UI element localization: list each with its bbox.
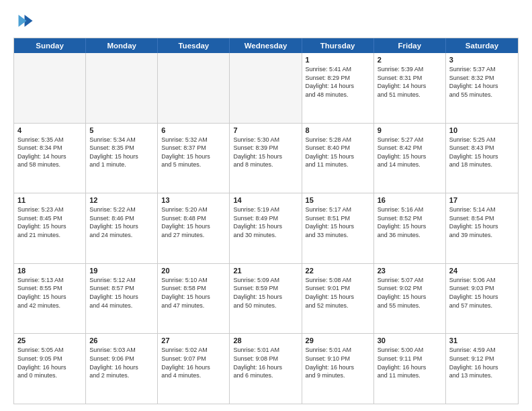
day-info: Sunrise: 5:41 AMSunset: 8:29 PMDaylight:… [306, 65, 370, 99]
calendar-cell [230, 53, 302, 123]
calendar-cell: 4Sunrise: 5:35 AMSunset: 8:34 PMDaylight… [14, 124, 86, 193]
calendar-cell: 25Sunrise: 5:05 AMSunset: 9:05 PMDayligh… [14, 334, 86, 404]
day-number: 31 [449, 336, 515, 345]
calendar: SundayMondayTuesdayWednesdayThursdayFrid… [13, 38, 519, 404]
calendar-week-5: 25Sunrise: 5:05 AMSunset: 9:05 PMDayligh… [14, 333, 518, 404]
calendar-cell: 27Sunrise: 5:02 AMSunset: 9:07 PMDayligh… [158, 334, 230, 404]
calendar-cell: 23Sunrise: 5:07 AMSunset: 9:02 PMDayligh… [374, 264, 446, 334]
calendar-cell: 18Sunrise: 5:13 AMSunset: 8:55 PMDayligh… [14, 264, 86, 334]
day-number: 26 [89, 336, 154, 345]
header-day-monday: Monday [86, 38, 158, 53]
calendar-cell: 28Sunrise: 5:01 AMSunset: 9:08 PMDayligh… [230, 334, 302, 404]
calendar-cell: 1Sunrise: 5:41 AMSunset: 8:29 PMDaylight… [302, 53, 374, 123]
day-number: 30 [378, 336, 442, 345]
calendar-cell [14, 53, 86, 123]
day-number: 13 [161, 196, 226, 204]
day-info: Sunrise: 5:30 AMSunset: 8:39 PMDaylight:… [233, 136, 298, 169]
day-number: 15 [306, 196, 370, 204]
calendar-cell: 19Sunrise: 5:12 AMSunset: 8:57 PMDayligh… [86, 264, 158, 334]
header-day-friday: Friday [374, 38, 446, 53]
day-info: Sunrise: 5:03 AMSunset: 9:06 PMDaylight:… [89, 346, 154, 379]
day-info: Sunrise: 5:25 AMSunset: 8:43 PMDaylight:… [449, 136, 515, 169]
header-day-thursday: Thursday [302, 38, 374, 53]
day-info: Sunrise: 5:01 AMSunset: 9:08 PMDaylight:… [233, 346, 298, 379]
calendar-cell: 13Sunrise: 5:20 AMSunset: 8:48 PMDayligh… [158, 193, 230, 263]
day-number: 29 [306, 336, 370, 345]
calendar-cell: 21Sunrise: 5:09 AMSunset: 8:59 PMDayligh… [230, 264, 302, 334]
day-number: 2 [378, 56, 442, 64]
calendar-week-2: 4Sunrise: 5:35 AMSunset: 8:34 PMDaylight… [14, 123, 518, 193]
calendar-cell: 16Sunrise: 5:16 AMSunset: 8:52 PMDayligh… [374, 193, 446, 263]
calendar-cell: 9Sunrise: 5:27 AMSunset: 8:42 PMDaylight… [374, 124, 446, 193]
calendar-cell: 7Sunrise: 5:30 AMSunset: 8:39 PMDaylight… [230, 124, 302, 193]
day-info: Sunrise: 5:23 AMSunset: 8:45 PMDaylight:… [17, 205, 82, 239]
day-info: Sunrise: 5:19 AMSunset: 8:49 PMDaylight:… [233, 205, 298, 239]
day-number: 17 [449, 196, 515, 204]
calendar-cell: 15Sunrise: 5:17 AMSunset: 8:51 PMDayligh… [302, 193, 374, 263]
calendar-cell: 24Sunrise: 5:06 AMSunset: 9:03 PMDayligh… [446, 264, 518, 334]
day-number: 25 [17, 336, 82, 345]
header-day-wednesday: Wednesday [230, 38, 302, 53]
day-number: 3 [449, 56, 515, 64]
day-info: Sunrise: 5:13 AMSunset: 8:55 PMDaylight:… [17, 276, 82, 310]
day-number: 28 [233, 336, 298, 345]
calendar-cell: 22Sunrise: 5:08 AMSunset: 9:01 PMDayligh… [302, 264, 374, 334]
day-number: 22 [306, 267, 370, 275]
day-info: Sunrise: 5:22 AMSunset: 8:46 PMDaylight:… [89, 205, 154, 239]
day-info: Sunrise: 5:20 AMSunset: 8:48 PMDaylight:… [161, 205, 226, 239]
calendar-cell: 3Sunrise: 5:37 AMSunset: 8:32 PMDaylight… [446, 53, 518, 123]
header-day-saturday: Saturday [446, 38, 518, 53]
day-info: Sunrise: 5:06 AMSunset: 9:03 PMDaylight:… [449, 276, 515, 310]
header-day-tuesday: Tuesday [158, 38, 230, 53]
day-info: Sunrise: 5:35 AMSunset: 8:34 PMDaylight:… [17, 136, 82, 169]
day-number: 12 [89, 196, 154, 204]
day-number: 11 [17, 196, 82, 204]
calendar-week-1: 1Sunrise: 5:41 AMSunset: 8:29 PMDaylight… [14, 53, 518, 123]
calendar-cell: 10Sunrise: 5:25 AMSunset: 8:43 PMDayligh… [446, 124, 518, 193]
day-info: Sunrise: 5:10 AMSunset: 8:58 PMDaylight:… [161, 276, 226, 310]
day-info: Sunrise: 5:27 AMSunset: 8:42 PMDaylight:… [378, 136, 442, 169]
day-number: 1 [306, 56, 370, 64]
calendar-cell [86, 53, 158, 123]
day-info: Sunrise: 5:12 AMSunset: 8:57 PMDaylight:… [89, 276, 154, 310]
day-number: 9 [378, 126, 442, 134]
day-number: 16 [378, 196, 442, 204]
day-number: 19 [89, 267, 154, 275]
day-number: 23 [378, 267, 442, 275]
day-info: Sunrise: 5:08 AMSunset: 9:01 PMDaylight:… [306, 276, 370, 310]
calendar-cell: 6Sunrise: 5:32 AMSunset: 8:37 PMDaylight… [158, 124, 230, 193]
calendar-header: SundayMondayTuesdayWednesdayThursdayFrid… [14, 38, 518, 53]
day-info: Sunrise: 5:01 AMSunset: 9:10 PMDaylight:… [306, 346, 370, 379]
calendar-week-3: 11Sunrise: 5:23 AMSunset: 8:45 PMDayligh… [14, 193, 518, 263]
day-info: Sunrise: 5:17 AMSunset: 8:51 PMDaylight:… [306, 205, 370, 239]
logo-icon [13, 11, 34, 31]
calendar-cell [158, 53, 230, 123]
day-info: Sunrise: 5:05 AMSunset: 9:05 PMDaylight:… [17, 346, 82, 379]
calendar-cell: 11Sunrise: 5:23 AMSunset: 8:45 PMDayligh… [14, 193, 86, 263]
day-info: Sunrise: 5:34 AMSunset: 8:35 PMDaylight:… [89, 136, 154, 169]
header [13, 11, 519, 31]
day-info: Sunrise: 5:07 AMSunset: 9:02 PMDaylight:… [378, 276, 442, 310]
calendar-cell: 31Sunrise: 4:59 AMSunset: 9:12 PMDayligh… [446, 334, 518, 404]
day-number: 21 [233, 267, 298, 275]
day-number: 7 [233, 126, 298, 134]
calendar-body: 1Sunrise: 5:41 AMSunset: 8:29 PMDaylight… [14, 53, 518, 404]
day-info: Sunrise: 5:28 AMSunset: 8:40 PMDaylight:… [306, 136, 370, 169]
calendar-cell: 29Sunrise: 5:01 AMSunset: 9:10 PMDayligh… [302, 334, 374, 404]
day-info: Sunrise: 5:32 AMSunset: 8:37 PMDaylight:… [161, 136, 226, 169]
day-info: Sunrise: 5:02 AMSunset: 9:07 PMDaylight:… [161, 346, 226, 379]
day-number: 10 [449, 126, 515, 134]
calendar-cell: 2Sunrise: 5:39 AMSunset: 8:31 PMDaylight… [374, 53, 446, 123]
day-info: Sunrise: 5:39 AMSunset: 8:31 PMDaylight:… [378, 65, 442, 99]
calendar-week-4: 18Sunrise: 5:13 AMSunset: 8:55 PMDayligh… [14, 263, 518, 334]
calendar-cell: 20Sunrise: 5:10 AMSunset: 8:58 PMDayligh… [158, 264, 230, 334]
calendar-cell: 14Sunrise: 5:19 AMSunset: 8:49 PMDayligh… [230, 193, 302, 263]
calendar-cell: 5Sunrise: 5:34 AMSunset: 8:35 PMDaylight… [86, 124, 158, 193]
calendar-cell: 8Sunrise: 5:28 AMSunset: 8:40 PMDaylight… [302, 124, 374, 193]
day-info: Sunrise: 5:37 AMSunset: 8:32 PMDaylight:… [449, 65, 515, 99]
day-info: Sunrise: 5:16 AMSunset: 8:52 PMDaylight:… [378, 205, 442, 239]
logo [13, 11, 36, 31]
day-number: 6 [161, 126, 226, 134]
calendar-cell: 17Sunrise: 5:14 AMSunset: 8:54 PMDayligh… [446, 193, 518, 263]
calendar-cell: 30Sunrise: 5:00 AMSunset: 9:11 PMDayligh… [374, 334, 446, 404]
